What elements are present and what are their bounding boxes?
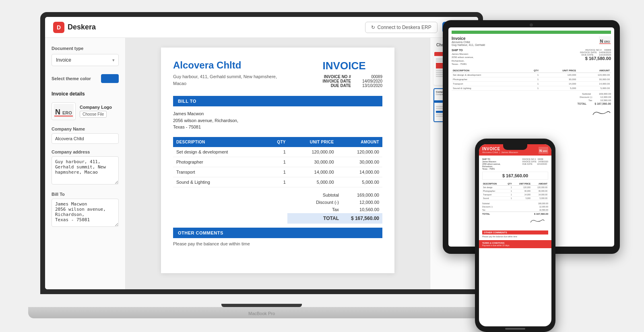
svg-text:N: N [539, 149, 542, 153]
iphone-meta-row: SHIP TO James Macwon2056 wilson avenue,R… [482, 158, 548, 170]
comments-text: Please pay the balance due within time [173, 241, 382, 246]
iphone-signature [482, 216, 548, 226]
total-label: TOTAL [291, 216, 339, 221]
ipad-ship-to-address: James Macwon2056 wilson avenue,Richardso… [452, 52, 474, 66]
invoice-header: Alcovera Chltd Guy harbour, 411, Gerhald… [173, 60, 382, 88]
sidebar: Document type Invoice Select theme color… [45, 38, 126, 289]
iphone-invoice: INVOICE Alcovera Chltd | James Macwon N … [479, 144, 551, 326]
totals-section: Subtotal 169,000.00 Discount (-) 12,000.… [173, 191, 382, 224]
ipad-total-row: TOTAL$ 167,560.00 [452, 102, 611, 106]
iphone-table-row: Photographer 1 30,000 30,000.00 [482, 189, 548, 193]
iphone-ship-to-block: SHIP TO James Macwon2056 wilson avenue,R… [482, 158, 501, 170]
comments-bar: OTHER COMMENTS [173, 228, 382, 238]
doc-type-select[interactable]: Invoice [52, 54, 119, 66]
invoice-no-label: INVOICE NO # [324, 75, 351, 79]
iphone: INVOICE Alcovera Chltd | James Macwon N … [475, 139, 555, 332]
choose-file-button[interactable]: Choose File [80, 111, 107, 118]
company-name-input[interactable] [52, 133, 119, 144]
iphone-table-row: Transport 1 14,000 14,000.00 [482, 193, 548, 197]
item-desc: Sound & Lighting [173, 177, 265, 187]
macbook: D Deskera ↻ Connect to Deskera ERP Share [40, 12, 483, 318]
app-body: Document type Invoice Select theme color… [45, 38, 478, 289]
due-date-value: 13/10/2020 [354, 83, 382, 88]
ipad-col-qty: QTY [523, 68, 540, 73]
ipad-table-row: Set design & development 1 120,000 120,0… [452, 73, 611, 77]
deskera-logo-icon: D [53, 22, 64, 33]
iphone-invoice-sublabel: Alcovera Chltd | James Macwon [482, 151, 518, 154]
invoice-meta: INVOICE NO # 00089 INVOICE DATE 14/09/20… [323, 75, 382, 88]
discount-value: 12,000.00 [347, 200, 379, 205]
ipad-invoice-company: Alcovera Chltd [452, 41, 485, 44]
logo-upload-info: Company Logo Choose File [80, 105, 112, 118]
macbook-screen: D Deskera ↻ Connect to Deskera ERP Share [45, 17, 478, 289]
macbook-bezel: D Deskera ↻ Connect to Deskera ERP Share [40, 12, 483, 294]
bill-to-address: 2056 wilson avenue, Richardson,Texas - 7… [173, 117, 382, 131]
ipad-invoice-header: Invoice Alcovera Chltd Guy harbour, 411,… [452, 36, 611, 46]
ipad-items-table: DESCRIPTION QTY UNIT PRICE AMOUNT Set de… [452, 68, 611, 91]
item-desc: Set design & development [173, 147, 265, 157]
ipad-accent-bar [452, 31, 611, 34]
subtotal-label: Subtotal [291, 193, 339, 197]
invoice-details-title: Invoice details [52, 91, 119, 97]
ipad-table-row: Photographer 1 30,000 30,000.00 [452, 77, 611, 81]
item-amount: 30,000.00 [337, 157, 382, 167]
svg-text:ERO: ERO [62, 110, 72, 115]
svg-text:ERO: ERO [543, 150, 547, 152]
subtotal-row: Subtotal 169,000.00 [287, 191, 382, 199]
connect-erp-button[interactable]: ↻ Connect to Deskera ERP [365, 22, 438, 33]
iphone-total-amount: $ 167,560.00 [502, 173, 528, 178]
doc-type-select-wrapper: Invoice [52, 54, 119, 66]
invoice-company-name: Alcovera Chltd [173, 60, 277, 71]
item-unit-price: 30,000.00 [289, 157, 337, 167]
ipad-table-row: Sound & Lighting 1 5,000 5,000.00 [452, 86, 611, 90]
bill-to-input[interactable]: James Macwon 2056 wilson avenue, Richard… [52, 199, 119, 227]
theme-color-swatch[interactable] [101, 74, 119, 83]
item-unit-price: 14,000.00 [289, 167, 337, 177]
item-unit-price: 120,000.00 [289, 147, 337, 157]
tax-row: Tax 10,560.00 [287, 206, 382, 213]
ipad-signature [452, 109, 611, 118]
logo-preview: N ERO [52, 102, 76, 120]
iphone-grand-total: TOTAL$ 167,560.00 [482, 212, 548, 216]
iphone-screen: INVOICE Alcovera Chltd | James Macwon N … [479, 144, 551, 326]
iphone-meta-block: INVOICE NO # 00089 INVOICE DATE 14/09/20… [522, 158, 548, 170]
macbook-notch [221, 304, 302, 307]
bill-to-name: James Macwon [173, 110, 382, 117]
invoice-date-row: INVOICE DATE 14/09/2020 [323, 79, 382, 83]
ipad-ship-to: SHIP TO James Macwon2056 wilson avenue,R… [452, 49, 474, 66]
col-qty: QTY [265, 137, 289, 147]
invoice-no-row: INVOICE NO # 00089 [323, 75, 382, 79]
col-description: DESCRIPTION [173, 137, 265, 147]
grand-total-row: TOTAL $ 167,560.00 [287, 213, 382, 224]
item-amount: 14,000.00 [337, 167, 382, 177]
ipad-camera [530, 23, 533, 27]
ipad-ship-to-label: SHIP TO [452, 49, 474, 52]
iphone-total-amount-box: $ 167,560.00 [482, 172, 548, 180]
total-value: $ 167,560.00 [347, 216, 379, 221]
company-logo-image: N ERO [54, 104, 74, 118]
svg-text:ERO: ERO [604, 40, 610, 43]
app-logo-text: Deskera [68, 23, 96, 31]
logo-upload-title: Company Logo [80, 105, 112, 110]
iphone-notch [503, 144, 527, 150]
iphone-comments-section: OTHER COMMENTS Please pay the balance du… [479, 229, 551, 239]
sync-icon: ↻ [371, 25, 375, 30]
ipad-tax-row: Tax10,560.00 [452, 99, 611, 102]
macbook-base: MacBook Pro [28, 307, 495, 318]
ipad-col-price: UNIT PRICE [540, 68, 577, 73]
table-row: Transport 1 14,000.00 14,000.00 [173, 167, 382, 177]
due-date-label: DUE DATE [331, 83, 351, 88]
iphone-invoice-body: SHIP TO James Macwon2056 wilson avenue,R… [479, 156, 551, 229]
svg-text:N: N [600, 39, 603, 44]
item-qty: 1 [265, 167, 289, 177]
invoice-title-block: INVOICE INVOICE NO # 00089 INVOICE DATE [323, 60, 382, 88]
invoice-title: INVOICE [323, 60, 382, 72]
bill-to-bar: BILL TO [173, 96, 382, 106]
company-address-input[interactable]: Guy harbour, 411, Gerhald summit, New ha… [52, 156, 119, 185]
item-unit-price: 5,000.00 [289, 177, 337, 187]
ipad-invoice: Invoice Alcovera Chltd Guy harbour, 411,… [448, 27, 614, 121]
invoice-document: Alcovera Chltd Guy harbour, 411, Gerhald… [161, 48, 394, 273]
ipad-discount-row: Discount (-)12,000.00 [452, 95, 611, 99]
app-topbar: D Deskera ↻ Connect to Deskera ERP Share [45, 17, 478, 38]
iphone-items-table: DESCRIPTION QTY UNIT PRICE AMOUNT Set de… [482, 182, 548, 200]
